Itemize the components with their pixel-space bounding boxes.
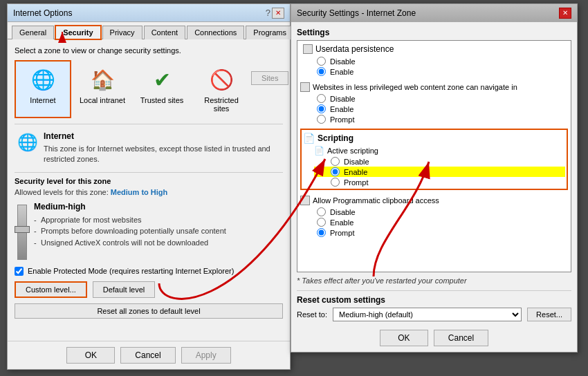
zone-local-intranet[interactable]: 🏠 Local intranet [74, 60, 131, 118]
group-userdata: Userdata persistence Disable Enable [300, 44, 568, 77]
reset-all-button[interactable]: Reset all zones to default level [15, 303, 283, 319]
userdata-label: Userdata persistence [315, 44, 394, 54]
userdata-disable-label: Disable [330, 57, 356, 66]
dialog-main-content: Select a zone to view or change security… [8, 39, 290, 332]
settings-label: Settings [297, 28, 571, 37]
less-privileged-label: Websites in less privileged web content … [313, 83, 517, 91]
security-settings-titlebar: Security Settings - Internet Zone ✕ [291, 4, 577, 22]
userdata-enable-label: Enable [330, 68, 353, 76]
help-icon[interactable]: ? [266, 8, 270, 19]
allowed-levels: Allowed levels for this zone: Medium to … [15, 188, 283, 196]
clipboard-icon [300, 196, 310, 205]
security-cancel-button[interactable]: Cancel [434, 330, 488, 346]
default-level-button[interactable]: Default level [93, 281, 156, 298]
custom-default-row: Custom level... Default level [15, 281, 283, 298]
slider-area: Medium-high Appropriate for most website… [15, 200, 283, 261]
clipboard-header: Allow Programmatic clipboard access [300, 194, 568, 207]
settings-list: Userdata persistence Disable Enable Webs… [297, 41, 571, 245]
note-text: * Takes effect after you've restarted yo… [297, 276, 571, 285]
tab-general[interactable]: General [12, 26, 54, 39]
titlebar-buttons: ? ✕ [266, 8, 284, 19]
reset-row: Reset to: Medium-high (default) Reset... [297, 308, 571, 321]
security-footer: OK Cancel [297, 327, 571, 346]
zone-description: This zone is for Internet websites, exce… [44, 144, 280, 165]
as-disable-radio[interactable] [331, 157, 340, 166]
zone-trusted-label: Trusted sites [140, 96, 184, 104]
bullet-3: Unsigned ActiveX controls will not be do… [34, 237, 280, 249]
check-icon: ✔ [148, 66, 176, 93]
security-settings-dialog: Security Settings - Internet Zone ✕ Sett… [291, 3, 578, 352]
as-enable: Enable [314, 167, 565, 177]
as-prompt: Prompt [314, 177, 565, 187]
close-button[interactable]: ✕ [272, 8, 284, 19]
internet-options-title: Internet Options [13, 8, 72, 18]
house-icon: 🏠 [89, 66, 116, 93]
cb-enable-radio[interactable] [317, 218, 326, 227]
active-scripting-header: 📄 Active scripting [314, 145, 565, 156]
tab-connections[interactable]: Connections [187, 26, 244, 39]
reset-section-label: Reset custom settings [297, 295, 571, 305]
bullet-1: Appropriate for most websites [34, 214, 280, 226]
internet-options-titlebar: Internet Options ? ✕ [8, 4, 290, 22]
tabs-container: General Security Privacy Content Connect… [8, 22, 290, 39]
tab-programs[interactable]: Programs [246, 26, 294, 39]
zone-restricted-label: Restrictedsites [204, 96, 239, 113]
group-scripting: 📄 Scripting 📄 Active scripting Disable [300, 129, 568, 190]
divider-2 [15, 172, 283, 173]
tab-security[interactable]: Security [55, 26, 100, 39]
reset-to-select[interactable]: Medium-high (default) [333, 308, 522, 321]
tab-content[interactable]: Content [144, 26, 186, 39]
reset-section: Reset custom settings Reset to: Medium-h… [297, 290, 571, 327]
security-titlebar-buttons: ✕ [559, 8, 571, 19]
internet-options-dialog: Internet Options ? ✕ General Security Pr… [7, 3, 291, 370]
scripting-label: Scripting [318, 133, 353, 143]
security-content: Settings Userdata persistence Disable En… [291, 22, 577, 352]
divider-1 [15, 124, 283, 124]
protected-mode-label: Enable Protected Mode (requires restarti… [28, 267, 234, 275]
zone-internet[interactable]: 🌐 Internet [15, 60, 71, 118]
cb-disable-label: Disable [330, 208, 356, 216]
protected-mode-checkbox[interactable] [15, 267, 24, 276]
zone-restricted-sites[interactable]: 🚫 Restrictedsites [193, 60, 250, 118]
lp-disable-radio[interactable] [317, 94, 326, 103]
as-enable-radio[interactable] [331, 167, 340, 176]
slider-track[interactable] [17, 205, 27, 260]
apply-button[interactable]: Apply [181, 347, 231, 364]
clipboard-label: Allow Programmatic clipboard access [313, 196, 439, 205]
zones-row: 🌐 Internet 🏠 Local intranet ✔ Trusted si… [15, 60, 250, 118]
userdata-disable-radio[interactable] [317, 57, 326, 66]
security-close-button[interactable]: ✕ [559, 8, 571, 19]
sites-button[interactable]: Sites [251, 71, 288, 85]
zone-name: Internet [44, 131, 280, 141]
lp-enable-label: Enable [330, 105, 353, 113]
active-scripting-group: 📄 Active scripting Disable Enable Prompt [303, 145, 565, 187]
zone-info-box: 🌐 Internet This zone is for Internet web… [15, 129, 283, 168]
allowed-levels-range: Medium to High [111, 188, 168, 196]
as-prompt-radio[interactable] [331, 178, 340, 187]
ok-button[interactable]: OK [66, 347, 115, 364]
slider-visual [17, 205, 27, 260]
cb-disable-radio[interactable] [317, 207, 326, 216]
zone-intranet-label: Local intranet [80, 96, 125, 104]
as-disable-label: Disable [344, 158, 369, 166]
cb-prompt-radio[interactable] [317, 228, 326, 237]
slider-thumb [15, 226, 30, 233]
userdata-header: Userdata persistence [300, 44, 568, 55]
section-label: Select a zone to view or change security… [15, 46, 283, 55]
tab-privacy[interactable]: Privacy [102, 26, 143, 39]
security-level-section: Security level for this zone Allowed lev… [15, 177, 283, 261]
cancel-button[interactable]: Cancel [120, 347, 175, 364]
security-ok-button[interactable]: OK [380, 330, 428, 346]
cb-prompt: Prompt [300, 227, 568, 238]
zone-trusted-sites[interactable]: ✔ Trusted sites [134, 60, 190, 118]
custom-level-button[interactable]: Custom level... [15, 281, 87, 298]
lp-enable: Enable [300, 104, 568, 114]
lp-prompt-radio[interactable] [317, 115, 326, 124]
reset-button[interactable]: Reset... [527, 308, 571, 321]
as-enable-label: Enable [344, 168, 367, 176]
lp-enable-radio[interactable] [317, 104, 326, 113]
cb-prompt-label: Prompt [330, 229, 354, 237]
reset-to-label: Reset to: [297, 310, 327, 319]
userdata-enable: Enable [300, 66, 568, 77]
userdata-enable-radio[interactable] [317, 67, 326, 76]
